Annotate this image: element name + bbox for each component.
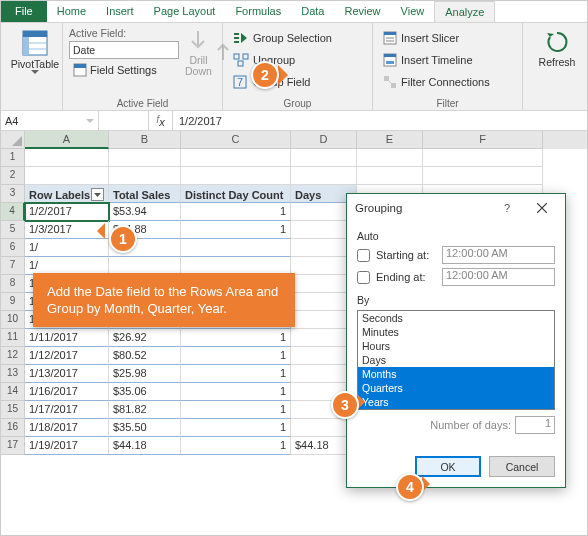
col-header-b[interactable]: B: [109, 131, 181, 149]
insert-timeline-button[interactable]: Insert Timeline: [379, 49, 516, 71]
row-header[interactable]: 2: [1, 167, 25, 185]
svg-rect-20: [391, 83, 396, 88]
cell[interactable]: 1/13/2017: [25, 365, 109, 383]
insert-slicer-button[interactable]: Insert Slicer: [379, 27, 516, 49]
select-all-corner[interactable]: [1, 131, 25, 149]
row-header[interactable]: 9: [1, 293, 25, 311]
row-header[interactable]: 1: [1, 149, 25, 167]
list-item[interactable]: Days: [358, 353, 554, 367]
row-header[interactable]: 16: [1, 419, 25, 437]
group-field-icon: 7: [233, 75, 249, 89]
cell[interactable]: 1: [181, 383, 291, 401]
svg-rect-13: [384, 32, 396, 35]
svg-rect-9: [238, 61, 243, 66]
svg-rect-7: [234, 54, 239, 59]
list-item[interactable]: Seconds: [358, 311, 554, 325]
cell[interactable]: 1: [181, 401, 291, 419]
cell[interactable]: $26.92: [109, 329, 181, 347]
row-header[interactable]: 17: [1, 437, 25, 455]
field-settings-button[interactable]: Field Settings: [69, 61, 179, 79]
cell[interactable]: 1/17/2017: [25, 401, 109, 419]
tab-file[interactable]: File: [1, 1, 47, 22]
cell[interactable]: $81.82: [109, 401, 181, 419]
cell[interactable]: 1: [181, 419, 291, 437]
col-header-f[interactable]: F: [423, 131, 543, 149]
tab-insert[interactable]: Insert: [96, 1, 144, 22]
row-header[interactable]: 8: [1, 275, 25, 293]
row-header[interactable]: 7: [1, 257, 25, 275]
cell[interactable]: 1/2/2017: [25, 203, 109, 221]
dialog-close-button[interactable]: [527, 197, 557, 219]
cell[interactable]: 1: [181, 437, 291, 455]
cell[interactable]: $25.98: [109, 365, 181, 383]
ending-at-input[interactable]: 12:00:00 AM: [442, 268, 555, 286]
row-header[interactable]: 6: [1, 239, 25, 257]
tab-page-layout[interactable]: Page Layout: [144, 1, 226, 22]
starting-at-checkbox[interactable]: [357, 249, 370, 262]
active-field-input[interactable]: [69, 41, 179, 59]
tab-review[interactable]: Review: [334, 1, 390, 22]
col-header-d[interactable]: D: [291, 131, 357, 149]
cell[interactable]: 1: [181, 329, 291, 347]
cell[interactable]: [25, 149, 109, 167]
row-header[interactable]: 15: [1, 401, 25, 419]
tab-home[interactable]: Home: [47, 1, 96, 22]
cell[interactable]: $35.50: [109, 419, 181, 437]
row-header[interactable]: 3: [1, 185, 25, 203]
pivottable-button[interactable]: PivotTable: [7, 27, 63, 78]
group-selection-button[interactable]: Group Selection: [229, 27, 366, 49]
starting-at-input[interactable]: 12:00:00 AM: [442, 246, 555, 264]
cell[interactable]: $44.18: [109, 437, 181, 455]
cell[interactable]: $35.06: [109, 383, 181, 401]
col-header-e[interactable]: E: [357, 131, 423, 149]
drill-down-button[interactable]: Drill Down: [183, 27, 214, 79]
row-header[interactable]: 13: [1, 365, 25, 383]
cell[interactable]: 1/: [25, 239, 109, 257]
list-item[interactable]: Hours: [358, 339, 554, 353]
tab-analyze[interactable]: Analyze: [434, 1, 495, 22]
row-header[interactable]: 11: [1, 329, 25, 347]
list-item[interactable]: Months: [358, 367, 554, 381]
ungroup-icon: [233, 53, 249, 67]
tab-view[interactable]: View: [391, 1, 435, 22]
filter-dropdown-icon[interactable]: [91, 188, 104, 201]
list-item[interactable]: Quarters: [358, 381, 554, 395]
pivot-row-labels-header[interactable]: Row Labels: [25, 185, 109, 203]
row-header[interactable]: 14: [1, 383, 25, 401]
pivot-total-sales-header[interactable]: Total Sales: [109, 185, 181, 203]
svg-rect-18: [386, 61, 394, 64]
by-listbox[interactable]: Seconds Minutes Hours Days Months Quarte…: [357, 310, 555, 410]
annotation-marker-2: 2: [251, 61, 279, 89]
cell[interactable]: 1: [181, 221, 291, 239]
cell[interactable]: 1/16/2017: [25, 383, 109, 401]
tab-formulas[interactable]: Formulas: [225, 1, 291, 22]
ending-at-checkbox[interactable]: [357, 271, 370, 284]
cell[interactable]: $80.52: [109, 347, 181, 365]
dialog-help-button[interactable]: ?: [497, 202, 517, 214]
cell[interactable]: $53.94: [109, 203, 181, 221]
pivot-distinct-count-header[interactable]: Distinct Day Count: [181, 185, 291, 203]
cell[interactable]: 1: [181, 203, 291, 221]
name-box[interactable]: A4: [1, 111, 99, 130]
cell[interactable]: 1: [181, 365, 291, 383]
cell[interactable]: 1/18/2017: [25, 419, 109, 437]
col-header-c[interactable]: C: [181, 131, 291, 149]
col-header-a[interactable]: A: [25, 131, 109, 149]
row-header[interactable]: 4: [1, 203, 25, 221]
ok-button[interactable]: OK: [415, 456, 481, 477]
list-item[interactable]: Years: [358, 395, 554, 409]
row-header[interactable]: 5: [1, 221, 25, 239]
cell[interactable]: 1/11/2017: [25, 329, 109, 347]
cell[interactable]: 1/12/2017: [25, 347, 109, 365]
cancel-button[interactable]: Cancel: [489, 456, 555, 477]
row-header[interactable]: 10: [1, 311, 25, 329]
group-selection-icon: [233, 31, 249, 45]
tab-data[interactable]: Data: [291, 1, 334, 22]
cell[interactable]: 1/19/2017: [25, 437, 109, 455]
formula-input[interactable]: 1/2/2017: [173, 115, 587, 127]
row-header[interactable]: 12: [1, 347, 25, 365]
list-item[interactable]: Minutes: [358, 325, 554, 339]
cell[interactable]: 1: [181, 347, 291, 365]
cell[interactable]: [181, 239, 291, 257]
refresh-button[interactable]: Refresh: [529, 27, 585, 70]
